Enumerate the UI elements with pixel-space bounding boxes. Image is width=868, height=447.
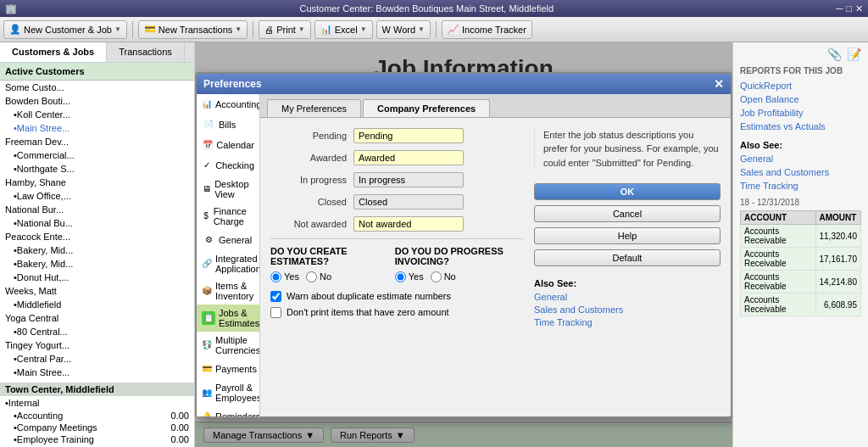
nav-item-finance[interactable]: $ Finance Charge — [197, 203, 259, 230]
list-item[interactable]: Some Custo... — [0, 81, 194, 94]
list-item[interactable]: •Company Meetings0.00 — [0, 422, 194, 433]
list-item[interactable]: •Internal — [0, 396, 194, 410]
nav-item-general[interactable]: ⚙ General — [197, 230, 259, 250]
note-icon[interactable]: 📝 — [847, 47, 861, 61]
nav-item-accounting[interactable]: 📊 Accounting — [197, 94, 259, 115]
ok-button[interactable]: OK — [534, 183, 721, 200]
nav-item-bills[interactable]: 📄 Bills — [197, 115, 259, 135]
list-item[interactable]: •Northgate S... — [0, 162, 194, 176]
pending-input[interactable] — [353, 128, 464, 143]
quickreport-link[interactable]: QuickReport — [740, 81, 861, 91]
progress-group: DO YOU DO PROGRESS INVOICING? Yes — [395, 246, 524, 282]
not-awarded-input[interactable] — [353, 216, 464, 232]
dialog-close-btn[interactable]: ✕ — [714, 77, 724, 91]
estimates-yes-radio[interactable] — [270, 271, 281, 282]
nav-item-jobs[interactable]: 📋 Jobs & Estimates — [197, 305, 259, 332]
nav-item-calendar[interactable]: 📅 Calendar — [197, 135, 259, 155]
nav-item-items[interactable]: 📦 Items & Inventory — [197, 277, 259, 305]
tab-customers-jobs[interactable]: Customers & Jobs — [0, 42, 107, 62]
default-button[interactable]: Default — [534, 249, 721, 266]
list-item[interactable]: Bowden Bouti... — [0, 94, 194, 108]
excel-btn[interactable]: 📊 Excel ▼ — [314, 20, 373, 39]
list-item[interactable]: •Commercial... — [0, 148, 194, 162]
closed-row: Closed — [270, 194, 524, 210]
list-item[interactable]: Peacock Ente... — [0, 230, 194, 243]
separator-3 — [436, 21, 437, 38]
progress-no-radio[interactable] — [431, 271, 442, 282]
jobs-icon: 📋 — [202, 311, 215, 325]
also-see-general[interactable]: General — [534, 292, 721, 302]
word-btn[interactable]: W Word ▼ — [376, 20, 431, 39]
nav-item-integrated[interactable]: 🔗 Integrated Applications — [197, 250, 259, 277]
list-item[interactable]: Freeman Dev... — [0, 135, 194, 148]
tab-bar: Customers & Jobs Transactions — [0, 42, 194, 63]
tab-transactions[interactable]: Transactions — [107, 42, 185, 62]
nav-item-desktop[interactable]: 🖥 Desktop View — [197, 176, 259, 203]
nav-item-reminders[interactable]: 🔔 Reminders — [197, 406, 259, 416]
list-item[interactable]: •80 Central... — [0, 325, 194, 338]
window-controls[interactable]: ─ □ ✕ — [837, 3, 863, 14]
list-item[interactable]: •Central Par... — [0, 352, 194, 366]
list-item[interactable]: •Accounting0.00 — [0, 410, 194, 422]
progress-yes-label[interactable]: Yes — [395, 271, 424, 282]
estimates-no-label[interactable]: No — [306, 271, 331, 282]
progress-no-label[interactable]: No — [431, 271, 456, 282]
cancel-button[interactable]: Cancel — [534, 205, 721, 222]
list-item[interactable]: •Employee Training0.00 — [0, 433, 194, 445]
estimates-yes-label[interactable]: Yes — [270, 271, 299, 282]
minimize-btn[interactable]: ─ — [837, 3, 843, 14]
right-sales-customers-link[interactable]: Sales and Customers — [740, 167, 861, 177]
list-item[interactable]: •Koll Center... — [0, 108, 194, 121]
nav-item-payments[interactable]: 💳 Payments — [197, 359, 259, 379]
warn-duplicate-label: Warn about duplicate estimate numbers — [287, 291, 451, 301]
list-item[interactable]: •Law Office,... — [0, 189, 194, 203]
nav-item-payroll[interactable]: 👥 Payroll & Employees — [197, 379, 259, 406]
list-item[interactable]: •Bakery, Mid... — [0, 243, 194, 257]
estimates-no-radio[interactable] — [306, 271, 317, 282]
content-area: Job Information Preferences ✕ 📊 Accounti… — [195, 42, 732, 447]
list-item[interactable]: •Bakery, Mid... — [0, 257, 194, 271]
awarded-input[interactable] — [353, 150, 464, 165]
income-tracker-btn[interactable]: 📈 Income Tracker — [442, 20, 532, 39]
maximize-btn[interactable]: □ — [846, 3, 852, 14]
town-center-row[interactable]: Town Center, Middlefield — [0, 383, 194, 396]
also-see-sales-customers[interactable]: Sales and Customers — [534, 305, 721, 315]
new-transactions-btn[interactable]: 💳 New Transactions ▼ — [138, 20, 248, 39]
estimates-vs-actuals-link[interactable]: Estimates vs Actuals — [740, 121, 861, 131]
dont-print-checkbox[interactable] — [270, 307, 281, 318]
print-btn[interactable]: 🖨 Print ▼ — [259, 20, 311, 39]
account-amount-cell: 17,161.70 — [815, 248, 861, 271]
nav-item-multiple-currencies[interactable]: 💱 Multiple Currencies — [197, 332, 259, 359]
list-item[interactable]: •National Bu... — [0, 216, 194, 230]
right-time-tracking-link[interactable]: Time Tracking — [740, 181, 861, 191]
attachment-icon[interactable]: 📎 — [827, 47, 842, 61]
nav-item-checking[interactable]: ✓ Checking — [197, 155, 259, 176]
list-item[interactable]: Hamby, Shane — [0, 176, 194, 189]
list-item[interactable]: •Donut Hut,... — [0, 271, 194, 284]
list-item-main-street[interactable]: •Main Stree... — [0, 121, 194, 135]
open-balance-link[interactable]: Open Balance — [740, 94, 861, 104]
warn-duplicate-checkbox[interactable] — [270, 291, 281, 302]
new-customer-job-btn[interactable]: 👤 New Customer & Job ▼ — [3, 20, 127, 39]
in-progress-input[interactable] — [353, 172, 464, 187]
dialog-description: Enter the job status descriptions you pr… — [534, 128, 721, 170]
tab-company-preferences[interactable]: Company Preferences — [363, 99, 490, 117]
pending-row: Pending — [270, 128, 524, 143]
account-col-header: ACCOUNT — [741, 211, 816, 225]
customer-list[interactable]: Some Custo... Bowden Bouti... •Koll Cent… — [0, 81, 194, 447]
tab-my-preferences[interactable]: My Preferences — [267, 99, 361, 117]
list-item[interactable]: Weeks, Matt — [0, 284, 194, 298]
closed-input[interactable] — [353, 194, 464, 210]
also-see-time-tracking[interactable]: Time Tracking — [534, 317, 721, 327]
progress-yes-radio[interactable] — [395, 271, 406, 282]
list-item[interactable]: Yoga Central — [0, 311, 194, 325]
right-general-link[interactable]: General — [740, 154, 861, 164]
list-item[interactable]: •Main Stree... — [0, 366, 194, 379]
list-item[interactable]: Tingey Yogurt... — [0, 338, 194, 352]
list-item[interactable]: National Bur... — [0, 203, 194, 216]
list-item[interactable]: •Middlefield — [0, 298, 194, 311]
job-profitability-link[interactable]: Job Profitability — [740, 108, 861, 118]
preferences-dialog: Preferences ✕ 📊 Accounting 📄 Bills — [195, 72, 732, 418]
close-btn[interactable]: ✕ — [855, 3, 863, 14]
help-button[interactable]: Help — [534, 227, 721, 244]
